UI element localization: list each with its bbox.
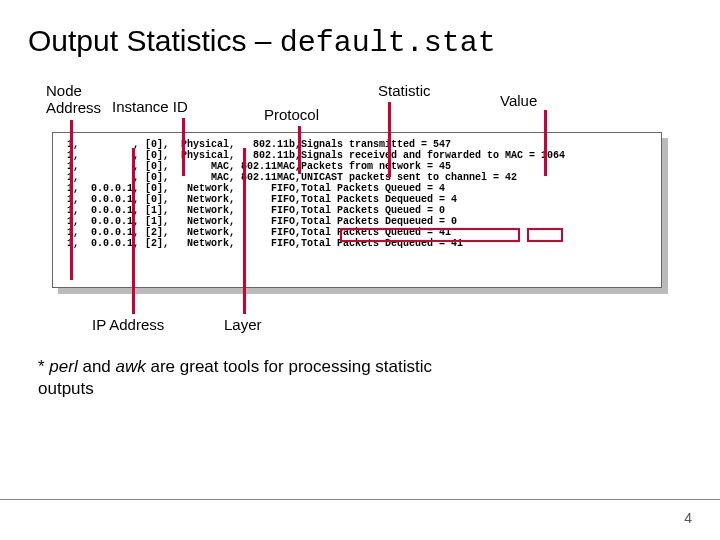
label-instance-id: Instance ID	[112, 98, 188, 115]
page-number: 4	[684, 510, 692, 526]
footnote-perl: perl	[49, 357, 77, 376]
highlight-box-statistic	[340, 228, 520, 242]
divider	[0, 499, 720, 500]
title-dash: –	[255, 24, 272, 57]
label-layer: Layer	[224, 316, 262, 333]
label-statistic: Statistic	[378, 82, 431, 99]
pointer-line	[388, 102, 391, 177]
label-value: Value	[500, 92, 537, 109]
title-main: Output Statistics	[28, 24, 246, 57]
highlight-box-value	[527, 228, 563, 242]
label-node-address: Node Address	[46, 82, 106, 116]
footnote-awk: awk	[116, 357, 146, 376]
code-block: 1, , [0], Physical, 802.11b,Signals tran…	[28, 132, 692, 288]
footnote: * perl and awk are great tools for proce…	[28, 356, 448, 400]
pointer-line	[243, 148, 246, 314]
pointer-line	[298, 126, 301, 174]
bottom-labels: IP Address Layer	[28, 298, 692, 338]
footnote-prefix: *	[38, 357, 49, 376]
pointer-line	[70, 120, 73, 280]
footnote-mid: and	[78, 357, 116, 376]
pointer-line	[182, 118, 185, 176]
top-labels: Node Address Instance ID Protocol Statis…	[28, 78, 692, 130]
pointer-line	[132, 148, 135, 314]
slide-title: Output Statistics – default.stat	[28, 24, 692, 60]
label-ip-address: IP Address	[92, 316, 164, 333]
code-content: 1, , [0], Physical, 802.11b,Signals tran…	[52, 132, 662, 288]
label-protocol: Protocol	[264, 106, 319, 123]
title-code: default.stat	[280, 26, 496, 60]
pointer-line	[544, 110, 547, 176]
